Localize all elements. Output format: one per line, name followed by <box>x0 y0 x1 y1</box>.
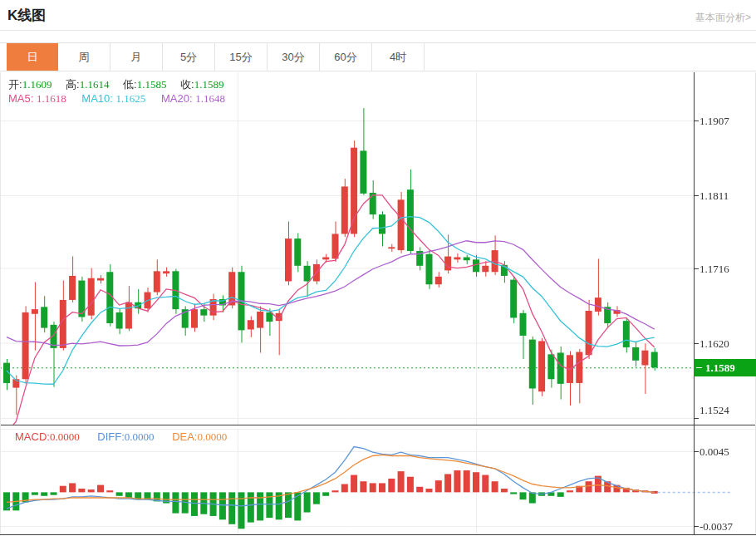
close-label: 收: <box>180 78 194 91</box>
macd-readout: MACD:0.0000 DIFF:0.0000 DEA:0.0000 <box>15 430 242 444</box>
tab-week[interactable]: 周 <box>58 43 110 71</box>
price-tick-2: 1.1811 <box>700 189 754 203</box>
close-value: 1.1589 <box>194 78 224 91</box>
fundamental-analysis-link[interactable]: 基本面分析> <box>695 11 751 25</box>
dea-value-readout: DEA:0.0000 <box>172 430 227 443</box>
current-price-badge: 1.1589 <box>694 359 756 376</box>
tab-30min[interactable]: 30分 <box>268 43 320 71</box>
low-value: 1.1585 <box>137 78 167 91</box>
ohlc-readout: 开:1.1609 高:1.1614 低:1.1585 收:1.1589 <box>8 77 234 92</box>
low-label: 低: <box>123 78 137 91</box>
macd-value-readout: MACD:0.0000 <box>15 430 80 443</box>
page-title: K线图 <box>7 6 46 25</box>
macd-tick-top: 0.0045 <box>700 445 754 459</box>
high-label: 高: <box>66 78 80 91</box>
tab-4hour[interactable]: 4时 <box>372 43 425 71</box>
high-value: 1.1614 <box>80 78 110 91</box>
interval-tabbar: 日 周 月 5分 15分 30分 60分 4时 <box>0 42 756 71</box>
price-tick-3: 1.1716 <box>700 263 754 276</box>
macd-tick-bottom: -0.0037 <box>700 520 754 534</box>
tab-5min[interactable]: 5分 <box>163 43 215 71</box>
tab-day[interactable]: 日 <box>7 43 58 71</box>
kline-widget: K线图 基本面分析> 日 周 月 5分 15分 30分 60分 4时 开:1.1… <box>0 0 756 536</box>
tab-15min[interactable]: 15分 <box>215 43 268 71</box>
header: K线图 基本面分析> <box>0 0 756 31</box>
ma5-readout: MA5: 1.1618 <box>8 92 66 105</box>
ma20-readout: MA20: 1.1648 <box>161 92 225 105</box>
price-tick-4: 1.1620 <box>700 337 754 351</box>
tab-month[interactable]: 月 <box>110 43 163 71</box>
price-tick-5: 1.1524 <box>700 404 754 417</box>
ma10-readout: MA10: 1.1625 <box>81 92 145 105</box>
open-value: 1.1609 <box>22 78 52 91</box>
open-label: 开: <box>8 78 22 91</box>
ma-readout: MA5: 1.1618 MA10: 1.1625 MA20: 1.1648 <box>8 92 238 106</box>
price-tick-1: 1.1907 <box>700 115 754 128</box>
diff-value-readout: DIFF:0.0000 <box>97 430 154 443</box>
tab-60min[interactable]: 60分 <box>320 43 372 71</box>
